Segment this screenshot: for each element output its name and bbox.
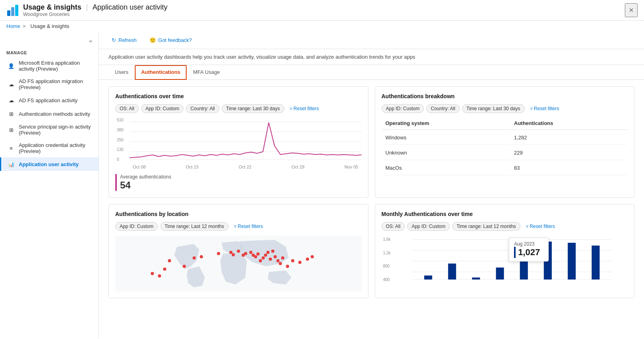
filter-chip[interactable]: App ID: Custom [141,104,184,113]
list-icon: ≡ [8,145,15,152]
tab-authentications[interactable]: Authentications [135,65,187,80]
sidebar-item-label: Microsoft Entra application activity (Pr… [19,60,92,72]
sidebar-item-label: Application credential activity (Preview… [19,142,92,154]
main-content: ↻ Refresh 🙂 Got feedback? Application us… [99,32,644,339]
breakdown-row: MacOs 83 [382,161,627,175]
sidebar-item-app-user-activity[interactable]: 📊 Application user activity [0,157,98,171]
filter-chip[interactable]: Time range: Last 12 months [160,222,228,231]
svg-rect-1 [11,7,14,16]
map-dot [232,253,235,256]
map-dot [281,256,284,260]
monthly-auth-title: Monthly Authentications over time [382,211,628,217]
sidebar-item-service-principal[interactable]: ⊞ Service principal sign-in activity (Pr… [0,121,98,139]
breadcrumb-home[interactable]: Home [6,23,20,29]
title-group: Usage & insights | Application user acti… [23,3,625,17]
auth-breakdown-filters: App ID: CustomCountry: AllTime range: La… [382,104,628,113]
monthly-auth-card: Monthly Authentications over time OS: Al… [375,204,635,298]
toolbar: ↻ Refresh 🙂 Got feedback? [99,32,644,49]
tab-mfa-usage[interactable]: MFA Usage [187,65,226,80]
map-dot [217,252,220,255]
svg-rect-16 [496,268,504,280]
refresh-icon: ↻ [112,37,116,43]
sidebar-item-label: AD FS application migration (Preview) [19,78,92,90]
svg-rect-14 [448,264,456,280]
reset-filters-button[interactable]: ▿ Reset filters [231,222,266,231]
monthly-auth-filters: OS: AllApp ID: CustomTime range: Last 12… [382,222,628,231]
map-dot [158,274,161,278]
page-title: Usage & insights | Application user acti… [23,3,625,12]
auth-over-time-title: Authentications over time [115,93,362,99]
org-name: Woodgrove Groceries [23,12,625,17]
breadcrumb: Home > Usage & insights [0,21,644,32]
map-dot [271,250,274,253]
map-dot [193,256,196,260]
monthly-chart-wrapper: Aug 2023 1,027 1.6k 1.2k 800 400 [382,236,628,285]
reset-filters-button[interactable]: ▿ Reset filters [523,222,558,231]
count-cell: 83 [511,161,627,175]
filter-chip[interactable]: Country: All [186,104,219,113]
avg-section: Average authentications 54 [115,174,362,191]
count-cell: 1,282 [511,131,627,145]
filter-chip[interactable]: Time range: Last 30 days [462,104,525,113]
grid-icon: ⊞ [8,126,15,133]
map-dot [259,259,262,262]
auth-over-time-card: Authentications over time OS: AllApp ID:… [108,86,368,198]
dashboard: Authentications over time OS: AllApp ID:… [99,80,644,305]
map-dot [254,255,257,258]
feedback-button[interactable]: 🙂 Got feedback? [146,36,195,45]
col-os: Operating system [382,119,510,130]
sidebar-item-adfs-activity[interactable]: ☁ AD FS application activity [0,93,98,107]
filter-chip[interactable]: OS: All [382,222,405,231]
map-dot [244,252,247,255]
app-logo [6,4,19,17]
filter-chip[interactable]: Time range: Last 12 months [452,222,520,231]
tabs-bar: Users Authentications MFA Usage [99,65,644,80]
refresh-button[interactable]: ↻ Refresh [108,36,140,45]
map-dot [200,255,203,258]
chart-icon: 📊 [8,161,15,168]
sidebar-item-adfs-migration[interactable]: ☁ AD FS application migration (Preview) [0,75,98,93]
filter-chip[interactable]: Country: All [426,104,459,113]
os-cell: Windows [382,131,510,145]
auth-chart-container: 510 380 250 130 0 [115,118,362,169]
reset-filters-button[interactable]: ▿ Reset filters [527,104,563,113]
auth-over-time-filters: OS: AllApp ID: CustomCountry: AllTime ra… [115,104,362,113]
breakdown-row: Unknown 229 [382,146,627,160]
tooltip-bar-icon [514,247,516,258]
breadcrumb-separator: > [23,23,26,29]
auth-breakdown-card: Authentications breakdown App ID: Custom… [375,86,635,198]
sidebar-item-ms-entra[interactable]: 👤 Microsoft Entra application activity (… [0,57,98,75]
svg-rect-15 [472,278,480,280]
map-dot [183,265,186,268]
svg-rect-0 [7,10,10,16]
map-dot [279,262,282,265]
auth-by-location-title: Authentications by location [115,211,362,217]
os-cell: Unknown [382,146,510,160]
auth-by-location-filters: App ID: CustomTime range: Last 12 months… [115,222,362,231]
filter-chip[interactable]: OS: All [115,104,139,113]
world-map-svg [115,236,362,291]
map-dot [306,258,309,261]
filter-chip[interactable]: App ID: Custom [115,222,158,231]
cloud-icon: ☁ [8,97,15,104]
main-layout: « Manage 👤 Microsoft Entra application a… [0,32,644,339]
auth-by-location-card: Authentications by location App ID: Cust… [108,204,368,298]
tooltip-date: Aug 2023 [514,241,544,247]
map-dot [298,261,301,264]
sidebar-item-app-credential[interactable]: ≡ Application credential activity (Previ… [0,139,98,157]
feedback-icon: 🙂 [150,37,156,43]
monthly-tooltip: Aug 2023 1,027 [509,238,549,262]
sidebar-item-label: Application user activity [19,161,79,167]
breadcrumb-current: Usage & insights [30,23,69,29]
reset-filters-button[interactable]: ▿ Reset filters [287,104,322,113]
sidebar-item-auth-methods[interactable]: ⊞ Authentication methods activity [0,107,98,121]
auth-breakdown-title: Authentications breakdown [382,93,628,99]
filter-chip[interactable]: App ID: Custom [382,104,424,113]
sidebar-collapse[interactable]: « [0,35,98,47]
close-button[interactable]: × [625,3,638,17]
auth-over-time-chart [130,118,362,162]
filter-chip[interactable]: App ID: Custom [407,222,450,231]
tab-users[interactable]: Users [108,65,135,80]
person-icon: 👤 [8,62,15,69]
filter-chip[interactable]: Time range: Last 30 days [222,104,284,113]
